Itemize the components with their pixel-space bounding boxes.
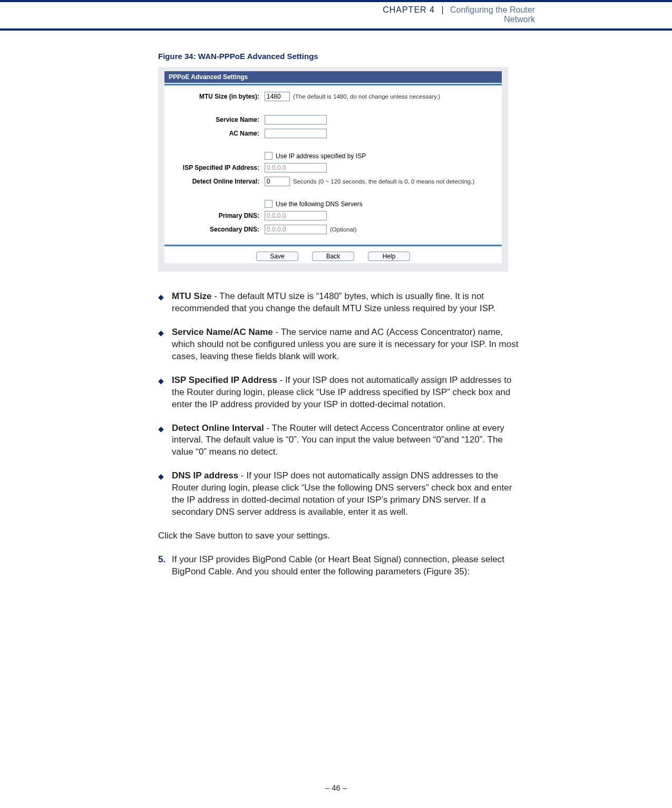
body-text: ◆ MTU Size - The default MTU size is “14… [158, 291, 524, 578]
header-title-2: Network [504, 15, 535, 24]
b2-title: Service Name/AC Name [172, 327, 273, 337]
service-name-input[interactable] [265, 115, 327, 124]
detect-label: Detect Online Interval: [170, 178, 265, 185]
row-ac-name: AC Name: [170, 129, 496, 138]
use-isp-ip-label: Use IP address specified by ISP [276, 152, 366, 160]
bullet-1: ◆ MTU Size - The default MTU size is “14… [158, 291, 524, 315]
step-5-text: If your ISP provides BigPond Cable (or H… [172, 554, 524, 578]
detect-hint: Seconds (0 ~ 120 seconds, the default is… [293, 178, 474, 185]
row-primary-dns: Primary DNS: [170, 211, 496, 220]
button-bar: Save Back Help [164, 245, 502, 263]
use-dns-label: Use the following DNS Servers [276, 200, 363, 208]
figure-caption: Figure 34: WAN-PPPoE Advanced Settings [158, 52, 524, 61]
row-mtu: MTU Size (in bytes): (The default is 148… [170, 92, 496, 101]
bullet-5: ◆ DNS IP address - If your ISP does not … [158, 470, 524, 518]
mtu-hint: (The default is 1480, do not change unle… [293, 93, 440, 100]
diamond-icon: ◆ [158, 326, 172, 363]
row-use-isp-ip: Use IP address specified by ISP [265, 152, 496, 160]
help-button[interactable]: Help [368, 252, 410, 261]
isp-ip-label: ISP Specified IP Address: [170, 164, 265, 171]
detect-input[interactable] [265, 177, 290, 186]
row-service-name: Service Name: [170, 115, 496, 124]
bullet-2: ◆ Service Name/AC Name - The service nam… [158, 326, 524, 363]
row-detect: Detect Online Interval: Seconds (0 ~ 120… [170, 177, 496, 186]
panel-title: PPPoE Advanced Settings [164, 71, 502, 83]
use-dns-checkbox[interactable] [265, 200, 272, 208]
header-title-1: Configuring the Router [450, 5, 535, 14]
use-isp-ip-checkbox[interactable] [265, 152, 272, 160]
row-use-dns: Use the following DNS Servers [265, 200, 496, 208]
row-isp-ip: ISP Specified IP Address: [170, 163, 496, 172]
b4-title: Detect Online Interval [172, 423, 264, 433]
b5-title: DNS IP address [172, 470, 238, 480]
diamond-icon: ◆ [158, 374, 172, 411]
mtu-input[interactable] [265, 92, 290, 101]
page-header: CHAPTER 4 | Configuring the Router Netwo… [0, 2, 672, 27]
secondary-dns-label: Secondary DNS: [170, 226, 265, 233]
save-button[interactable]: Save [256, 252, 298, 261]
chapter-label: CHAPTER 4 [383, 5, 435, 14]
step-5-number: 5. [158, 554, 172, 578]
secondary-dns-hint: (Optional) [330, 226, 357, 233]
row-secondary-dns: Secondary DNS: (Optional) [170, 225, 496, 234]
header-separator: | [441, 5, 443, 14]
isp-ip-input[interactable] [265, 163, 327, 172]
back-button[interactable]: Back [312, 252, 354, 261]
b3-title: ISP Specified IP Address [172, 375, 277, 385]
primary-dns-input[interactable] [265, 211, 327, 220]
diamond-icon: ◆ [158, 291, 172, 315]
panel-body: MTU Size (in bytes): (The default is 148… [164, 84, 502, 244]
bullet-4: ◆ Detect Online Interval - The Router wi… [158, 422, 524, 459]
step-5: 5. If your ISP provides BigPond Cable (o… [158, 554, 524, 578]
bullet-3: ◆ ISP Specified IP Address - If your ISP… [158, 374, 524, 411]
primary-dns-label: Primary DNS: [170, 212, 265, 219]
secondary-dns-input[interactable] [265, 225, 327, 234]
mtu-label: MTU Size (in bytes): [170, 93, 265, 100]
diamond-icon: ◆ [158, 422, 172, 459]
b1-title: MTU Size [172, 291, 212, 301]
ac-name-input[interactable] [265, 129, 327, 138]
screenshot-panel: PPPoE Advanced Settings MTU Size (in byt… [158, 67, 508, 272]
save-instruction: Click the Save button to save your setti… [158, 530, 524, 542]
second-rule [0, 28, 672, 31]
diamond-icon: ◆ [158, 470, 172, 518]
b1-text: - The default MTU size is “1480” bytes, … [172, 291, 495, 313]
ac-name-label: AC Name: [170, 130, 265, 137]
page-number: – 46 – [0, 783, 672, 792]
service-name-label: Service Name: [170, 116, 265, 123]
